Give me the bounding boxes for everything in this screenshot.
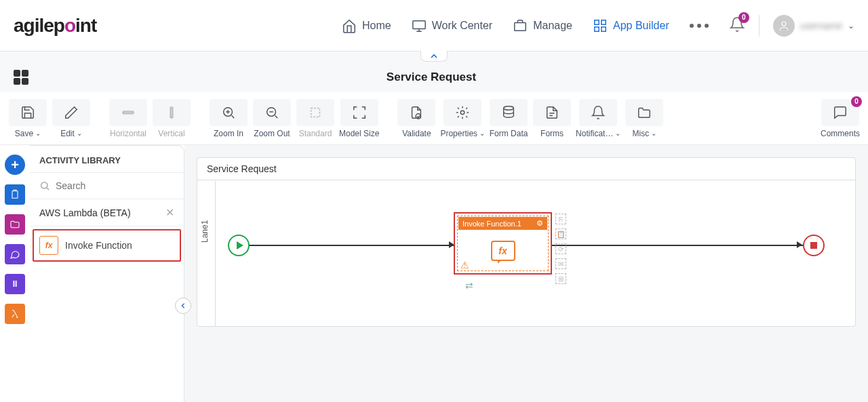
header-collapse-wrap xyxy=(0,52,868,62)
task-invoke-function[interactable]: Invoke Function.1 ⚙ fx ⚠ xyxy=(454,212,552,275)
task-title: Invoke Function.1 xyxy=(462,220,521,228)
notification-badge: 0 xyxy=(738,12,749,23)
validate-icon xyxy=(409,105,424,120)
clipboard-icon xyxy=(9,189,20,200)
swap-handle[interactable]: ⇄ xyxy=(465,280,473,291)
category-label: AWS Lambda (BETA) xyxy=(39,207,131,218)
folder-nav-button[interactable] xyxy=(5,214,25,235)
comments-button[interactable]: 0 Comments xyxy=(821,96,860,141)
properties-button[interactable]: Properties⌄ xyxy=(440,96,485,141)
left-rail: + II xyxy=(0,145,30,402)
svg-rect-3 xyxy=(601,20,606,24)
apps-icon xyxy=(593,18,608,33)
bell-icon xyxy=(591,105,606,120)
user-menu[interactable]: username ⌄ xyxy=(773,15,854,37)
misc-button[interactable]: Misc⌄ xyxy=(625,96,664,141)
process-canvas[interactable]: Service Request Lane1 Invoke Function.1 … xyxy=(197,157,856,327)
align-vertical-icon xyxy=(164,105,179,120)
svg-point-14 xyxy=(504,106,514,110)
nav-manage-label: Manage xyxy=(533,20,572,32)
warning-icon[interactable]: ⚠ xyxy=(460,260,469,270)
library-header: ACTIVITY LIBRARY xyxy=(30,146,184,173)
handle-link[interactable]: ⟳ xyxy=(555,243,566,254)
zoom-in-button[interactable]: Zoom In xyxy=(209,96,248,141)
gear-icon[interactable]: ⚙ xyxy=(536,219,543,228)
handle-tree[interactable]: ⊞ xyxy=(555,273,566,284)
folder-icon xyxy=(637,105,652,120)
forms-button[interactable]: Forms xyxy=(532,96,572,141)
nav-home-label: Home xyxy=(362,20,391,32)
horizontal-label: Horizontal xyxy=(110,129,146,138)
canvas-area[interactable]: Service Request Lane1 Invoke Function.1 … xyxy=(184,145,868,402)
nav-app-builder-label: App Builder xyxy=(613,20,669,32)
library-category[interactable]: AWS Lambda (BETA) ✕ xyxy=(30,199,184,226)
nav-more[interactable] xyxy=(690,24,709,28)
lane-label[interactable]: Lane1 xyxy=(200,220,210,243)
close-icon[interactable]: ✕ xyxy=(165,206,174,219)
comments-label: Comments xyxy=(821,129,860,138)
canvas-title: Service Request xyxy=(197,158,855,180)
nav-app-builder[interactable]: App Builder xyxy=(593,18,669,33)
add-button[interactable]: + xyxy=(5,155,25,175)
nav-work-center[interactable]: Work Center xyxy=(412,18,493,33)
header-collapse-toggle[interactable] xyxy=(420,51,448,62)
chevron-down-icon: ⌄ xyxy=(848,21,854,31)
lambda-button[interactable] xyxy=(5,304,25,324)
forms-label: Forms xyxy=(540,129,564,138)
chevron-down-icon: ⌄ xyxy=(35,129,41,137)
standard-label: Standard xyxy=(299,129,332,138)
main-header: agilepoint Home Work Center Manage App B… xyxy=(0,0,868,52)
activity-label: Invoke Function xyxy=(65,240,132,251)
fullscreen-icon xyxy=(352,105,367,120)
validate-button[interactable]: Validate xyxy=(397,96,436,141)
apps-grid-button[interactable] xyxy=(14,70,28,85)
database-icon xyxy=(501,105,516,120)
model-size-button[interactable]: Model Size xyxy=(339,96,379,141)
text-button[interactable]: II xyxy=(5,274,25,294)
save-icon xyxy=(20,105,35,120)
chevron-down-icon: ⌄ xyxy=(615,129,620,137)
divider xyxy=(759,15,760,37)
activity-invoke-function[interactable]: fx Invoke Function xyxy=(33,229,181,262)
logo: agilepoint xyxy=(14,15,96,37)
notifications-button-toolbar[interactable]: Notificat…⌄ xyxy=(576,96,620,141)
monitor-icon xyxy=(412,18,427,33)
vertical-button[interactable]: Vertical xyxy=(152,96,191,141)
nav-work-center-label: Work Center xyxy=(432,20,493,32)
end-node[interactable] xyxy=(803,235,825,256)
handle-copy[interactable]: ⎘ xyxy=(555,214,566,224)
start-node[interactable] xyxy=(228,235,250,256)
svg-rect-2 xyxy=(595,20,599,24)
chevron-down-icon: ⌄ xyxy=(479,129,485,137)
notifications-button[interactable]: 0 xyxy=(729,16,745,35)
edit-label: Edit xyxy=(60,129,75,138)
toolbar: Save⌄ Edit⌄ Horizontal Vertical Zoom In … xyxy=(0,92,868,145)
save-button[interactable]: Save⌄ xyxy=(8,96,47,141)
panel-collapse-toggle[interactable] xyxy=(175,298,191,314)
title-bar: Service Request xyxy=(0,62,868,92)
user-icon xyxy=(778,20,790,32)
standard-button[interactable]: Standard xyxy=(296,96,335,141)
arrow-icon xyxy=(797,241,802,248)
chat-button[interactable] xyxy=(5,244,25,264)
avatar xyxy=(773,15,795,37)
library-search[interactable] xyxy=(30,173,184,199)
nav-manage[interactable]: Manage xyxy=(513,18,572,33)
main-content: + II ACTIVITY LIBRARY AWS Lambda (BETA) … xyxy=(0,145,868,402)
zoom-in-icon xyxy=(221,105,236,120)
fx-icon: fx xyxy=(39,236,58,255)
edit-button[interactable]: Edit⌄ xyxy=(52,96,91,141)
clipboard-button[interactable] xyxy=(5,184,25,205)
handle-mail[interactable]: ✉ xyxy=(555,258,566,269)
form-data-button[interactable]: Form Data xyxy=(489,96,528,141)
align-horizontal-icon xyxy=(121,105,136,120)
nav-home[interactable]: Home xyxy=(342,18,391,33)
svg-rect-1 xyxy=(515,22,526,31)
zoom-out-button[interactable]: Zoom Out xyxy=(252,96,292,141)
handle-paste[interactable]: 📋 xyxy=(555,228,566,239)
vertical-label: Vertical xyxy=(158,129,184,138)
svg-rect-0 xyxy=(413,20,425,28)
lambda-icon xyxy=(9,308,20,319)
horizontal-button[interactable]: Horizontal xyxy=(108,96,148,141)
search-input[interactable] xyxy=(56,180,174,191)
